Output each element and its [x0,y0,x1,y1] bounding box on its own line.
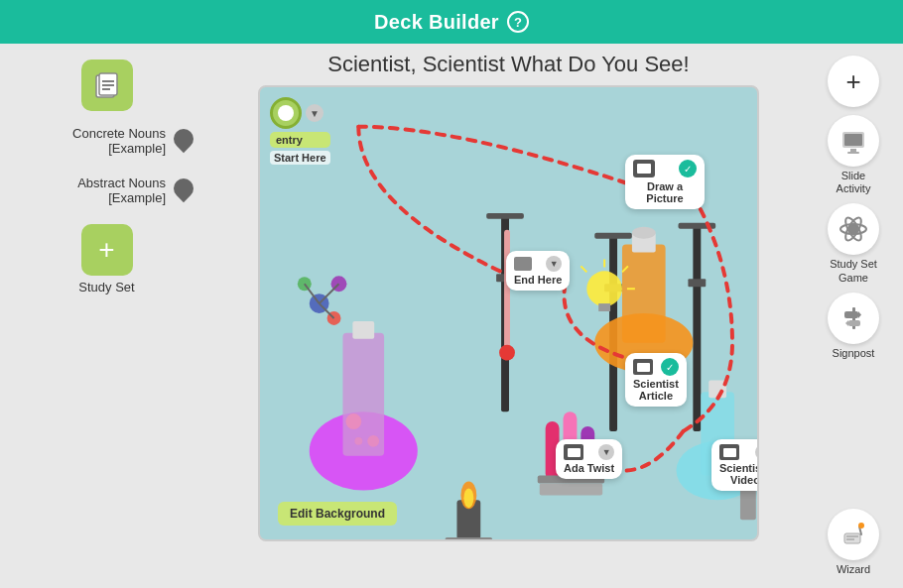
svg-rect-13 [688,279,706,287]
svg-rect-55 [847,152,859,154]
svg-rect-61 [844,311,858,318]
help-icon[interactable]: ? [507,11,529,33]
svg-line-46 [622,266,628,272]
add-tool-button[interactable]: + [828,56,879,107]
study-set-label: Study Set [78,280,134,294]
svg-rect-19 [342,333,384,456]
svg-rect-54 [850,149,856,152]
start-here-label: Start Here [270,151,330,165]
svg-rect-53 [844,134,862,146]
svg-rect-49 [504,230,510,348]
tool-group-add: + [828,56,879,107]
svg-point-23 [354,437,362,445]
svg-rect-9 [693,225,701,431]
wizard-button[interactable] [828,509,879,560]
entry-node[interactable]: ▼ entry Start Here [270,97,330,165]
svg-rect-15 [622,245,666,343]
svg-rect-28 [540,483,602,495]
canvas-area: Scientist, Scientist What Do You See! [213,44,804,588]
svg-point-34 [298,277,312,291]
scientists-video-label: ScientistsVideo [719,462,759,486]
svg-point-21 [345,413,361,429]
svg-marker-62 [858,311,861,318]
slide-activity-button[interactable] [828,115,879,167]
svg-point-17 [632,227,656,239]
study-set-game-button[interactable] [828,203,879,255]
slide-activity-label: SlideActivity [837,170,871,195]
svg-rect-8 [594,233,632,239]
svg-point-41 [460,482,476,510]
svg-line-38 [320,303,334,318]
game-canvas[interactable]: ▼ entry Start Here ✓ Draw aPicture [258,85,759,541]
study-set-game-label: Study SetGame [830,258,877,284]
end-here-node[interactable]: ▼ End Here [506,251,570,291]
page-title: Scientist, Scientist What Do You See! [327,52,689,77]
entry-badge: entry [270,132,330,148]
tool-group-signpost: Signpost [828,293,879,360]
svg-point-69 [858,523,864,529]
tool-group-wizard: Wizard [828,509,879,576]
svg-point-50 [499,345,515,361]
end-here-label: End Here [514,274,562,286]
svg-rect-1 [99,73,117,95]
svg-rect-31 [709,380,726,398]
svg-rect-5 [501,215,509,412]
sidebar-item-abstract-nouns[interactable]: Abstract Nouns[Example] [8,171,205,210]
svg-point-32 [310,294,329,313]
scientists-video-node[interactable]: ▼ ScientistsVideo [711,439,759,491]
svg-point-42 [463,488,473,508]
svg-line-37 [305,284,320,303]
svg-point-35 [327,311,341,325]
abstract-nouns-label: Abstract Nouns[Example] [16,176,166,205]
svg-rect-20 [352,321,374,339]
deck-icon-button[interactable] [81,59,133,111]
svg-point-33 [331,276,347,292]
svg-point-43 [586,271,622,306]
svg-rect-6 [486,213,524,219]
main-layout: Concrete Nouns[Example] Abstract Nouns[E… [0,44,903,588]
ada-twist-label: Ada Twist [564,462,614,474]
right-sidebar: + SlideActivity [804,44,903,588]
scientist-article-node[interactable]: ✓ ScientistArticle [625,353,687,407]
tool-group-study-set-game: Study SetGame [828,203,879,284]
svg-line-36 [320,284,339,303]
tool-group-slide-activity: SlideActivity [828,115,879,195]
ada-twist-node[interactable]: ▼ Ada Twist [556,439,622,479]
svg-rect-12 [604,284,622,292]
svg-rect-40 [446,537,493,539]
svg-marker-64 [845,320,848,326]
svg-rect-44 [598,303,610,311]
edit-background-button[interactable]: Edit Background [278,502,397,526]
svg-point-18 [310,412,418,490]
add-study-set-button[interactable]: + [81,224,133,276]
svg-line-48 [580,266,586,272]
left-sidebar: Concrete Nouns[Example] Abstract Nouns[E… [0,44,213,588]
svg-rect-63 [848,320,860,326]
svg-rect-7 [609,235,617,431]
draw-picture-label: Draw aPicture [633,180,697,204]
draw-picture-node[interactable]: ✓ Draw aPicture [625,155,705,209]
topbar: Deck Builder ? [0,0,903,44]
wizard-label: Wizard [837,563,870,576]
concrete-nouns-label: Concrete Nouns[Example] [16,126,166,156]
svg-point-22 [367,435,379,447]
svg-rect-16 [632,233,656,253]
sidebar-item-concrete-nouns[interactable]: Concrete Nouns[Example] [8,121,205,161]
signpost-button[interactable] [828,293,879,344]
signpost-label: Signpost [833,347,875,360]
svg-rect-10 [679,223,716,229]
svg-rect-39 [456,500,480,539]
scientist-article-label: ScientistArticle [633,378,679,402]
topbar-title: Deck Builder [374,11,499,34]
svg-rect-65 [844,533,860,543]
study-set-add[interactable]: + Study Set [78,224,134,294]
